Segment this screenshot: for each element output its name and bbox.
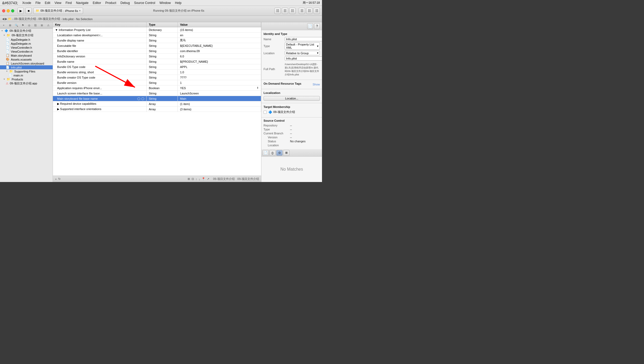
stop-button[interactable]: ■: [25, 8, 32, 14]
sidebar-item-app[interactable]: ⚠ 09-项目文件介绍.app: [0, 81, 53, 86]
table-row[interactable]: Executable file String ${EXECUTABLE_NAME…: [53, 43, 261, 48]
location-dropdown[interactable]: Relative to Group ▾: [285, 51, 320, 55]
sidebar-item-appdelegateh[interactable]: 📄 AppDelegate.h: [0, 38, 53, 42]
layout-btn-1[interactable]: ⊞: [188, 177, 190, 181]
sidebar-item-supporting[interactable]: ▼ 📁 Supporting Files: [0, 69, 53, 73]
plist-type: String: [147, 59, 178, 64]
breadcrumb-group[interactable]: 09-项目文件介绍: [38, 17, 60, 21]
sidebar-item-appdelegatem[interactable]: 📄 AppDelegate.m: [0, 42, 53, 46]
tab-file-btn[interactable]: 📄: [262, 150, 269, 156]
table-row[interactable]: Bundle creator OS Type code String ????: [53, 75, 261, 80]
menu-file[interactable]: File: [35, 1, 40, 5]
menu-edit[interactable]: Edit: [45, 1, 50, 5]
menu-window[interactable]: Window: [160, 1, 171, 5]
table-row[interactable]: Bundle OS Type code String APPL: [53, 64, 261, 70]
inspector-help-btn[interactable]: ?: [314, 23, 320, 29]
location-btn[interactable]: 📍: [202, 177, 205, 181]
menu-find[interactable]: Find: [66, 1, 72, 5]
table-row[interactable]: ▶ Required device capabilities Array (1 …: [53, 101, 261, 107]
close-button[interactable]: [2, 9, 5, 12]
sidebar-filter-btn[interactable]: ⊞: [7, 23, 13, 28]
add-row-btn[interactable]: +: [55, 178, 57, 181]
table-row[interactable]: Bundle name String ${PRODUCT_NAME}: [53, 59, 261, 64]
menu-debug[interactable]: Debug: [120, 1, 130, 5]
sidebar-warning-btn[interactable]: ⚠: [46, 23, 51, 28]
breadcrumb-nav-left[interactable]: ◀: [2, 17, 4, 21]
table-row[interactable]: Launch screen interface file base... Str…: [53, 91, 261, 96]
sidebar-item-group1[interactable]: ▼ 📁 09-项目文件介绍: [0, 33, 53, 38]
cycle-btn[interactable]: ↻: [58, 177, 61, 181]
sidebar-item-infoplist[interactable]: 📄 Info.plist: [0, 65, 53, 69]
layout-btn-2[interactable]: ⊡: [192, 177, 194, 181]
table-row[interactable]: InfoDictionary version String 6.0: [53, 54, 261, 59]
type-dropdown[interactable]: Default - Property List XML ▾: [285, 42, 320, 50]
editor-standard-btn[interactable]: ☷: [274, 8, 281, 14]
table-row[interactable]: Application requires iPhone envir... Boo…: [53, 85, 261, 91]
menu-product[interactable]: Product: [105, 1, 116, 5]
table-row[interactable]: Bundle identifier String com.itheima.09: [53, 48, 261, 54]
table-row[interactable]: Bundle versions string, short String 1.0: [53, 70, 261, 75]
navigator-toggle-btn[interactable]: ☷: [299, 8, 305, 14]
table-row[interactable]: ▶ Supported interface orientations Array…: [53, 107, 261, 112]
sidebar-item-viewcontrollerm[interactable]: 📄 ViewController.m: [0, 49, 53, 53]
plus-btn[interactable]: ◯: [141, 97, 144, 100]
menu-navigate[interactable]: Navigate: [76, 1, 88, 5]
sidebar-item-viewcontrollerh[interactable]: 📄 ViewController.h: [0, 46, 53, 49]
debug-toggle-btn[interactable]: ☷: [306, 8, 312, 14]
menu-editor[interactable]: Editor: [93, 1, 101, 5]
layout-btn-3[interactable]: ↑: [196, 178, 197, 181]
tab-grid-btn[interactable]: ⊞: [283, 150, 289, 156]
sidebar-link-btn[interactable]: ⛓: [33, 23, 38, 28]
plist-type: String: [147, 48, 178, 54]
run-button[interactable]: ▶: [17, 8, 24, 14]
table-row[interactable]: Bundle version String 1: [53, 80, 261, 85]
plist-key: ▶ Supported interface orientations: [53, 107, 147, 112]
sidebar-item-launchscreen[interactable]: 📋 LaunchScreen.storyboard: [0, 61, 53, 65]
sidebar-item-mainstoryboard[interactable]: 📋 Main.storyboard: [0, 53, 53, 57]
plist-value: (3 items): [178, 107, 261, 112]
inspector-file-btn[interactable]: 📄: [307, 23, 313, 29]
sidebar-item-main[interactable]: 📄 main.m: [0, 73, 53, 77]
sidebar-flag-btn[interactable]: ⚑: [20, 23, 25, 28]
inspector-bottom-tabs: 📄 {} ⊙ ⊞: [261, 149, 322, 157]
sidebar-grid-btn[interactable]: ⊞: [39, 23, 44, 28]
inspector-toggle-btn[interactable]: ☷: [314, 8, 320, 14]
breadcrumb-nav-right[interactable]: ▶: [5, 17, 7, 21]
editor-version-btn[interactable]: ☷: [289, 8, 296, 14]
menu-view[interactable]: View: [55, 1, 61, 5]
sidebar-item-root[interactable]: ▼ 🔷 09-项目文件介绍: [0, 29, 53, 33]
plist-value: Main: [178, 96, 261, 101]
layout-btn-4[interactable]: ↓: [199, 178, 200, 181]
minus-btn[interactable]: ◯: [137, 97, 140, 100]
menu-source-control[interactable]: Source Control: [134, 1, 155, 5]
target-checkbox[interactable]: [264, 111, 267, 114]
minimize-button[interactable]: [7, 9, 10, 12]
table-row[interactable]: Bundle display name String 黑马: [53, 38, 261, 43]
sidebar-add-btn[interactable]: +: [1, 23, 6, 28]
fullscreen-button[interactable]: [11, 9, 14, 12]
editor-assistant-btn[interactable]: ☷: [282, 8, 288, 14]
table-row[interactable]: ▼ Information Property List Dictionary (…: [53, 27, 261, 33]
sidebar: + ⊞ 🔍 ⚑ ◎ ⛓ ⊞ ⚠ ▼ 🔷 09-项目文件介绍 ▼ 📁 09-项目文…: [0, 22, 53, 182]
tab-braces-btn[interactable]: {}: [269, 150, 276, 156]
breadcrumb-file[interactable]: Info.plist: [63, 17, 74, 21]
apple-menu[interactable]: &#63743;: [2, 1, 18, 5]
menu-help[interactable]: Help: [175, 1, 182, 5]
share-btn[interactable]: ↗: [207, 177, 209, 181]
breadcrumb-item-1[interactable]: 📁: [8, 17, 12, 21]
localize-button[interactable]: Localize...: [264, 96, 320, 101]
sidebar-item-products[interactable]: ▼ 📁 Products: [0, 77, 53, 81]
tab-circle-btn[interactable]: ⊙: [276, 150, 283, 156]
show-link[interactable]: Show: [312, 83, 320, 86]
table-row[interactable]: Main storyboard file base name ◯◯ String…: [53, 96, 261, 101]
scheme-selector[interactable]: 📁 09-项目文件介绍 | iPhone 6s ▾: [33, 8, 83, 14]
stepper-icon[interactable]: ⇕: [257, 87, 259, 89]
filename-input[interactable]: [285, 56, 322, 61]
sidebar-item-assets[interactable]: 🎨 Assets.xcassets: [0, 57, 53, 61]
name-input[interactable]: [285, 37, 322, 41]
breadcrumb-project[interactable]: 09-项目文件介绍: [14, 17, 36, 21]
table-row[interactable]: Localization native development r... Str…: [53, 33, 261, 38]
sidebar-circle-btn[interactable]: ◎: [26, 23, 32, 28]
menu-xcode[interactable]: Xcode: [22, 1, 31, 5]
sidebar-search-btn[interactable]: 🔍: [14, 23, 19, 28]
